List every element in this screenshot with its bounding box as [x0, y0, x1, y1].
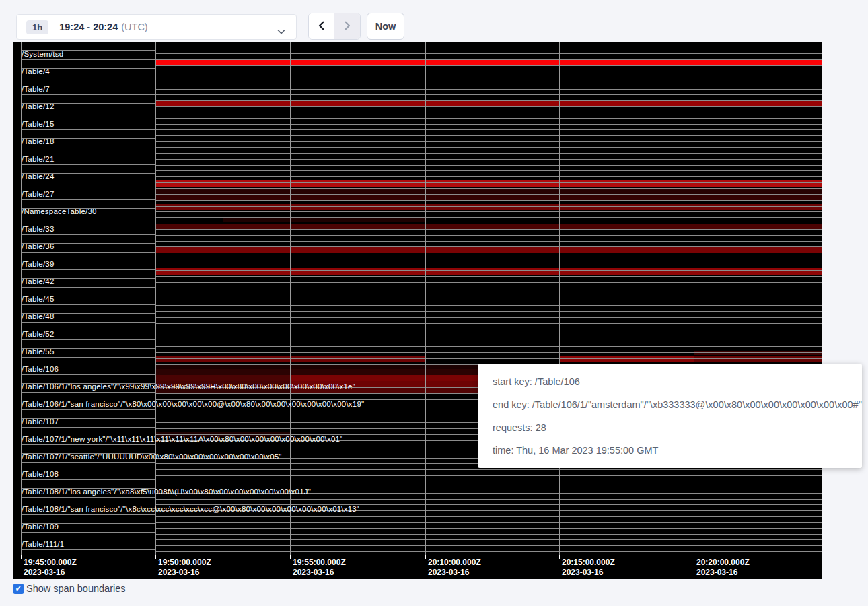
- axis-label: 20:20:00.000Z2023-03-16: [696, 558, 750, 578]
- heat-band[interactable]: [155, 268, 822, 275]
- row-label: /Table/106: [22, 365, 59, 373]
- time-gridline: [425, 42, 426, 556]
- heat-band[interactable]: [155, 100, 822, 106]
- toolbar: 1h 19:24 - 20:24 (UTC) Now: [0, 0, 868, 42]
- time-range-badge: 1h: [26, 20, 48, 34]
- row-label: /Table/106/1/"los angeles"/"\x99\x99\x99…: [22, 382, 355, 391]
- axis-tick: [21, 556, 22, 559]
- x-axis: 19:45:00.000Z2023-03-1619:50:00.000Z2023…: [13, 556, 822, 579]
- heat-band[interactable]: [155, 180, 822, 187]
- row-label: /Table/109: [22, 523, 59, 531]
- axis-tick: [694, 556, 694, 559]
- chevron-right-icon: [341, 20, 353, 34]
- heat-band[interactable]: [155, 364, 478, 369]
- heat-band[interactable]: [155, 375, 290, 381]
- row-label: /Table/42: [22, 277, 54, 285]
- row-label: /Table/52: [22, 330, 54, 338]
- tooltip-time: time: Thu, 16 Mar 2023 19:55:00 GMT: [493, 439, 847, 462]
- row-label: /Table/18: [22, 137, 54, 145]
- row-label: /Table/36: [22, 242, 54, 250]
- row-label: /Table/108/1/"san francisco"/"\x8c\xcc\x…: [22, 505, 359, 513]
- row-label: /Table/111/1: [22, 540, 64, 548]
- time-gridline: [290, 42, 291, 556]
- heat-band[interactable]: [155, 369, 478, 375]
- heat-band[interactable]: [290, 375, 478, 381]
- time-gridline: [559, 42, 560, 556]
- time-range-text: 19:24 - 20:24: [59, 22, 118, 32]
- chevron-down-icon: [277, 25, 285, 37]
- axis-label: 19:50:00.000Z2023-03-16: [158, 558, 211, 578]
- tooltip-start-key: start key: /Table/106: [493, 370, 847, 393]
- axis-tick: [425, 556, 426, 559]
- heat-band[interactable]: [694, 356, 822, 362]
- axis-time: 20:10:00.000Z: [428, 558, 481, 568]
- heat-band[interactable]: [559, 356, 694, 362]
- now-button[interactable]: Now: [367, 13, 404, 40]
- axis-date: 2023-03-16: [158, 568, 211, 578]
- row-label: /NamespaceTable/30: [22, 207, 97, 215]
- time-nav-group: [308, 13, 361, 40]
- row-label: /Table/48: [22, 312, 54, 321]
- chevron-left-icon: [316, 20, 328, 34]
- row-label: /Table/24: [22, 172, 54, 180]
- axis-tick: [155, 556, 156, 559]
- axis-date: 2023-03-16: [24, 568, 77, 578]
- heat-band[interactable]: [155, 224, 822, 230]
- axis-tick: [290, 556, 291, 559]
- heat-band[interactable]: [155, 59, 822, 66]
- row-label: /Table/4: [22, 67, 50, 75]
- row-label: /Table/21: [22, 155, 54, 163]
- time-gridline: [155, 42, 156, 556]
- time-range-selector[interactable]: 1h 19:24 - 20:24 (UTC): [16, 14, 297, 40]
- axis-date: 2023-03-16: [696, 568, 750, 578]
- row-label: /Table/107: [22, 417, 59, 426]
- span-boundary-lines: [155, 42, 822, 556]
- next-time-button[interactable]: [334, 13, 360, 39]
- row-label: /Table/45: [22, 295, 54, 303]
- heatmap-tooltip: start key: /Table/106 end key: /Table/10…: [478, 364, 862, 468]
- axis-tick: [559, 556, 560, 559]
- heat-band[interactable]: [223, 217, 425, 222]
- axis-date: 2023-03-16: [293, 568, 346, 578]
- row-label: /Table/107/1/"seattle"/"UUUUUUD\x00\x80\…: [22, 452, 282, 461]
- row-label: /Table/27: [22, 190, 54, 198]
- axis-label: 20:15:00.000Z2023-03-16: [562, 558, 615, 578]
- heatmap-canvas[interactable]: /System/tsd/Table/4/Table/7/Table/12/Tab…: [13, 42, 822, 579]
- footer: ✓ Show span boundaries: [13, 583, 126, 594]
- time-range-timezone: (UTC): [121, 22, 147, 32]
- row-label: /Table/12: [22, 102, 54, 110]
- show-span-boundaries-checkbox[interactable]: ✓: [13, 584, 24, 594]
- axis-label: 20:10:00.000Z2023-03-16: [428, 558, 481, 578]
- prev-time-button[interactable]: [309, 13, 334, 39]
- tooltip-end-key: end key: /Table/106/1/"amsterdam"/"\xb33…: [493, 393, 847, 416]
- tooltip-requests: requests: 28: [493, 416, 847, 439]
- axis-time: 19:45:00.000Z: [24, 558, 77, 568]
- row-label: /Table/39: [22, 260, 54, 268]
- heat-band[interactable]: [155, 204, 822, 210]
- heat-band[interactable]: [694, 351, 822, 355]
- row-label: /System/tsd: [22, 50, 63, 58]
- row-label: /Table/15: [22, 120, 54, 128]
- heat-band[interactable]: [155, 194, 822, 200]
- heat-band[interactable]: [155, 188, 822, 194]
- time-gridline: [694, 42, 694, 556]
- row-label: /Table/55: [22, 347, 54, 356]
- row-label: /Table/107/1/"new york"/"\x11\x11\x11\x1…: [22, 435, 342, 443]
- axis-time: 20:15:00.000Z: [562, 558, 615, 568]
- axis-time: 20:20:00.000Z: [696, 558, 750, 568]
- axis-date: 2023-03-16: [428, 568, 481, 578]
- row-label: /Table/7: [22, 85, 50, 93]
- heat-band[interactable]: [155, 246, 822, 252]
- row-label: /Table/106/1/"san francisco"/"\x80\x00\x…: [22, 400, 364, 408]
- row-label: /Table/33: [22, 225, 54, 233]
- axis-label: 19:45:00.000Z2023-03-16: [24, 558, 77, 578]
- axis-label: 19:55:00.000Z2023-03-16: [293, 558, 346, 578]
- show-span-boundaries-label: Show span boundaries: [26, 583, 126, 594]
- axis-time: 19:55:00.000Z: [293, 558, 346, 568]
- axis-date: 2023-03-16: [562, 568, 615, 578]
- row-label: /Table/108/1/"los angeles"/"\xa8\xf5\u00…: [22, 487, 311, 496]
- row-label: /Table/108: [22, 470, 59, 478]
- axis-time: 19:50:00.000Z: [158, 558, 211, 568]
